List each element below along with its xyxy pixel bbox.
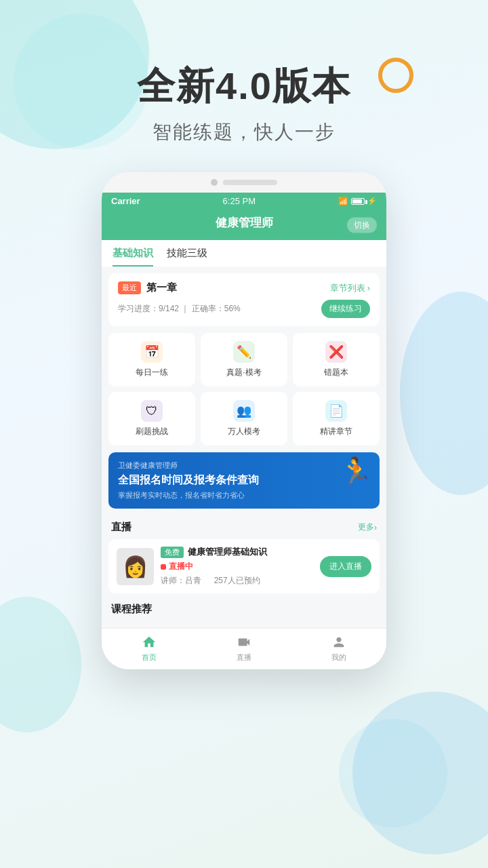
func-label-daily: 每日一练 xyxy=(136,367,168,378)
exam-banner[interactable]: 卫健委健康管理师 全国报名时间及报考条件查询 掌握报考实时动态，报名省时省力省心… xyxy=(108,452,380,509)
main-title: 全新4.0版本 xyxy=(0,61,488,113)
banner-main-title: 全国报名时间及报考条件查询 xyxy=(118,473,370,488)
func-label-chapters: 精讲章节 xyxy=(320,426,352,437)
live-more-link[interactable]: 更多 › xyxy=(358,521,377,533)
live-indicator-dot xyxy=(161,564,166,570)
func-label-mass: 万人模考 xyxy=(228,426,260,437)
recent-badge: 最近 xyxy=(118,281,141,294)
avatar-image: 👩 xyxy=(123,555,148,578)
orange-circle-decoration xyxy=(378,58,413,93)
calendar-icon: 📅 xyxy=(141,341,163,363)
nav-my[interactable]: 我的 xyxy=(291,629,386,669)
chapter-row: 最近 第一章 章节列表 › xyxy=(118,281,370,294)
home-icon xyxy=(141,634,157,650)
teacher-label: 讲师：吕青 xyxy=(161,576,201,585)
live-course-name: 健康管理师基础知识 xyxy=(188,546,267,558)
tab-skill-level3[interactable]: 技能三级 xyxy=(167,247,207,267)
banner-sub-text: 掌握报考实时动态，报名省时省力省心 xyxy=(118,490,370,500)
live-nav-icon xyxy=(236,634,252,650)
func-mass-exam[interactable]: 👥 万人模考 xyxy=(201,392,287,446)
chapter-list-label: 章节列表 xyxy=(330,282,365,294)
live-status-row: 直播中 xyxy=(161,561,313,572)
nav-home-label: 首页 xyxy=(142,652,157,663)
live-avatar: 👩 xyxy=(117,548,154,585)
continue-button[interactable]: 继续练习 xyxy=(321,300,370,318)
banner-figure: 🏃 xyxy=(339,456,373,488)
notch-dot xyxy=(211,179,218,186)
free-tag: 免费 xyxy=(161,547,184,558)
func-label-exam: 真题·模考 xyxy=(226,367,261,378)
banner-small-title: 卫健委健康管理师 xyxy=(118,460,370,471)
func-wrong-book[interactable]: ❌ 错题本 xyxy=(293,333,380,387)
tabs-bar: 基础知识 技能三级 xyxy=(102,240,386,267)
carrier-label: Carrier xyxy=(111,196,140,206)
bolt-icon: ⚡ xyxy=(367,197,377,205)
live-bottom-row: 讲师：吕青 257人已预约 xyxy=(161,575,313,587)
battery-fill xyxy=(352,199,362,203)
nav-my-label: 我的 xyxy=(331,652,346,663)
phone-mockup: Carrier 6:25 PM 📶 ⚡ 健康管理师 切换 基础知识 技能三级 xyxy=(102,172,386,669)
phone-wrapper: Carrier 6:25 PM 📶 ⚡ 健康管理师 切换 基础知识 技能三级 xyxy=(0,172,488,669)
bottom-navigation: 首页 直播 我的 xyxy=(102,628,386,669)
live-section-title: 直播 xyxy=(111,521,131,534)
enter-live-button[interactable]: 进入直播 xyxy=(320,556,371,577)
chapter-list-link[interactable]: 章节列表 › xyxy=(330,282,370,294)
live-status-text: 直播中 xyxy=(169,561,193,572)
switch-button[interactable]: 切换 xyxy=(347,217,377,233)
shield-icon: 🛡 xyxy=(141,400,163,422)
nav-home[interactable]: 首页 xyxy=(102,629,197,669)
chapter-left: 最近 第一章 xyxy=(118,281,177,294)
nav-live-label: 直播 xyxy=(237,652,251,663)
func-real-exam[interactable]: ✏️ 真题·模考 xyxy=(201,333,287,387)
group-icon: 👥 xyxy=(233,400,255,422)
document-icon: 📄 xyxy=(325,400,347,422)
func-daily-practice[interactable]: 📅 每日一练 xyxy=(108,333,195,387)
app-header: 健康管理师 切换 xyxy=(102,210,386,240)
nav-live[interactable]: 直播 xyxy=(197,629,291,669)
live-section-header: 直播 更多 › xyxy=(108,515,380,539)
progress-info-row: 学习进度：9/142 ｜ 正确率：56% 继续练习 xyxy=(118,300,370,318)
func-label-wrong: 错题本 xyxy=(324,367,348,378)
content-area: 最近 第一章 章节列表 › 学习进度：9/142 ｜ 正确率：56% 继续练习 xyxy=(102,267,386,628)
progress-text: 学习进度：9/142 ｜ 正确率：56% xyxy=(118,303,241,315)
header-title: 健康管理师 xyxy=(216,215,273,231)
func-chapters[interactable]: 📄 精讲章节 xyxy=(293,392,380,446)
wrong-icon: ❌ xyxy=(325,341,347,363)
course-recommendation-title: 课程推荐 xyxy=(108,600,380,621)
func-challenge[interactable]: 🛡 刷题挑战 xyxy=(108,392,195,446)
phone-notch-bar xyxy=(102,172,386,193)
status-bar: Carrier 6:25 PM 📶 ⚡ xyxy=(102,193,386,210)
sub-title: 智能练题，快人一步 xyxy=(0,119,488,145)
chapter-name: 第一章 xyxy=(146,281,177,294)
live-top-row: 免费 健康管理师基础知识 xyxy=(161,546,313,558)
pencil-icon: ✏️ xyxy=(233,341,255,363)
battery-icon xyxy=(351,198,365,205)
tab-basic-knowledge[interactable]: 基础知识 xyxy=(113,247,153,267)
user-icon xyxy=(331,634,347,650)
wifi-icon: 📶 xyxy=(338,197,348,206)
time-label: 6:25 PM xyxy=(223,196,256,206)
status-right: 📶 ⚡ xyxy=(338,197,377,206)
chevron-right-icon: › xyxy=(367,283,370,293)
bg-decoration-br2 xyxy=(339,719,447,827)
func-label-challenge: 刷题挑战 xyxy=(136,426,168,437)
hero-section: 全新4.0版本 智能练题，快人一步 xyxy=(0,0,488,145)
subscribers-label: 257人已预约 xyxy=(214,576,260,585)
live-card: 👩 免费 健康管理师基础知识 直播中 讲师：吕青 257人已预约 xyxy=(108,539,380,593)
progress-card: 最近 第一章 章节列表 › 学习进度：9/142 ｜ 正确率：56% 继续练习 xyxy=(108,273,380,326)
live-info: 免费 健康管理师基础知识 直播中 讲师：吕青 257人已预约 xyxy=(161,546,313,587)
chevron-right-icon: › xyxy=(374,523,377,532)
function-grid: 📅 每日一练 ✏️ 真题·模考 ❌ 错题本 🛡 刷题挑战 👥 万人模考 xyxy=(108,333,380,446)
notch-line xyxy=(223,180,277,185)
